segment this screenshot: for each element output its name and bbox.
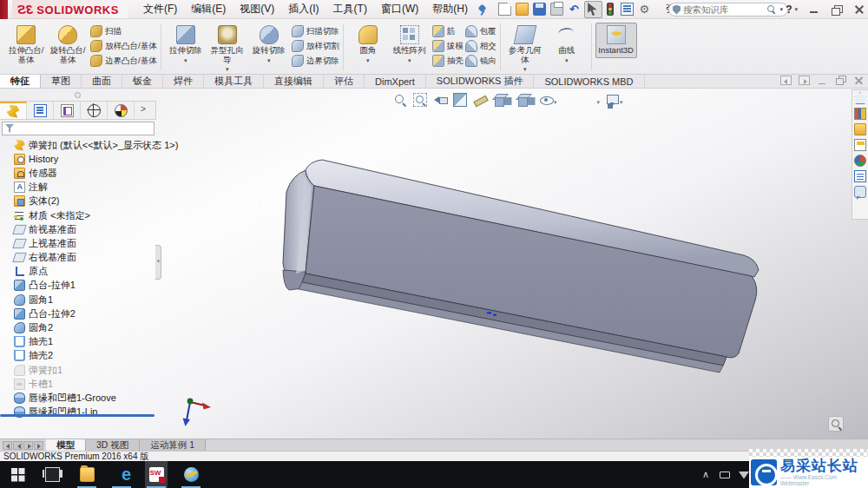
tree-item[interactable]: 上视基准面 xyxy=(2,236,155,250)
dropdown-arrow-icon[interactable] xyxy=(620,92,623,108)
view-tool-button[interactable] xyxy=(562,92,578,108)
ribbon-button[interactable]: 旋转切除 xyxy=(248,23,290,77)
document-window-button[interactable] xyxy=(799,76,810,85)
task-pane-icon[interactable] xyxy=(854,170,866,182)
task-pane-icon[interactable] xyxy=(854,139,866,151)
tree-item[interactable]: 圆角2 xyxy=(2,320,155,334)
tray-icon[interactable] xyxy=(738,469,750,481)
ribbon-button[interactable]: 异型孔向导 xyxy=(207,23,248,77)
ribbon-tab[interactable]: 模具工具 xyxy=(204,75,264,88)
ribbon-small-button[interactable]: 抽壳 xyxy=(432,55,464,67)
tree-item[interactable]: 唇缘和凹槽1-Lip xyxy=(2,406,155,419)
dropdown-arrow-icon[interactable] xyxy=(565,56,569,66)
view-tab[interactable]: 运动算例 1 xyxy=(140,439,206,451)
view-tool-button[interactable] xyxy=(432,92,449,108)
ribbon-tab[interactable]: SOLIDWORKS MBD xyxy=(534,75,644,88)
ribbon-button[interactable]: 拉伸切除 xyxy=(165,23,207,77)
tree-item[interactable]: 卡槽1 xyxy=(2,377,155,391)
menu-item[interactable]: 窗口(W) xyxy=(374,0,425,19)
search-input[interactable] xyxy=(683,4,765,15)
tree-item[interactable]: 圆角1 xyxy=(2,293,155,307)
taskbar-app[interactable] xyxy=(6,461,29,488)
restore-button[interactable] xyxy=(830,3,844,16)
manager-tab[interactable] xyxy=(0,102,27,119)
menu-item[interactable]: 工具(T) xyxy=(326,0,374,19)
menu-item[interactable]: 文件(F) xyxy=(136,0,184,19)
menu-item[interactable]: 视图(V) xyxy=(233,0,281,19)
ribbon-button[interactable]: 线性阵列 xyxy=(389,23,431,68)
tree-item[interactable]: 原点 xyxy=(2,265,155,279)
ribbon-small-button[interactable]: 扫描切除 xyxy=(292,25,339,37)
filter-icon[interactable] xyxy=(5,124,14,133)
document-window-button[interactable] xyxy=(817,76,828,85)
quick-access-button[interactable] xyxy=(497,1,514,18)
task-pane-icon[interactable] xyxy=(854,92,866,104)
ribbon-tab[interactable]: 钣金 xyxy=(122,75,163,88)
dropdown-arrow-icon[interactable] xyxy=(366,56,370,66)
quick-access-button[interactable] xyxy=(584,1,602,18)
ribbon-small-button[interactable]: 边界凸台/基体 xyxy=(90,55,157,67)
viewport-magnifier-icon[interactable] xyxy=(828,416,844,432)
document-window-button[interactable] xyxy=(853,76,865,85)
task-pane-icon[interactable] xyxy=(854,123,866,135)
ribbon-tab[interactable]: 直接编辑 xyxy=(264,75,324,88)
tray-icon[interactable]: ∧ xyxy=(700,469,712,481)
search-icon[interactable] xyxy=(767,5,776,14)
dropdown-arrow-icon[interactable] xyxy=(597,92,601,108)
ribbon-tab[interactable]: 曲面 xyxy=(82,75,122,88)
dropdown-arrow-icon[interactable] xyxy=(523,64,527,75)
quick-access-button[interactable] xyxy=(515,1,531,18)
tree-item[interactable]: 传感器 xyxy=(2,166,155,180)
view-tool-button[interactable] xyxy=(538,91,558,109)
ribbon-button[interactable]: 拉伸凸台/基体 xyxy=(5,23,47,67)
task-pane-icon[interactable] xyxy=(854,155,866,167)
dropdown-arrow-icon[interactable] xyxy=(408,56,411,66)
ribbon-tab[interactable]: SOLIDWORKS 插件 xyxy=(426,75,535,88)
quick-access-button[interactable] xyxy=(532,1,549,18)
manager-tab[interactable] xyxy=(54,102,81,119)
help-dropdown-icon[interactable]: ▾ xyxy=(794,6,798,13)
rollback-bar[interactable] xyxy=(0,414,155,417)
ribbon-tab[interactable]: 草图 xyxy=(41,75,82,88)
document-window-button[interactable] xyxy=(780,76,792,85)
ribbon-small-button[interactable]: 包覆 xyxy=(465,25,496,37)
ribbon-button[interactable]: 圆角 xyxy=(347,23,389,68)
view-tool-button[interactable] xyxy=(412,92,429,108)
tree-item[interactable]: 凸台-拉伸1 xyxy=(2,279,155,293)
task-pane-icon[interactable] xyxy=(854,108,866,120)
first-tab-button[interactable] xyxy=(3,441,12,450)
dropdown-arrow-icon[interactable] xyxy=(508,92,511,108)
last-tab-button[interactable] xyxy=(34,441,43,450)
ribbon-small-button[interactable]: 拔模 xyxy=(432,40,464,52)
tree-item[interactable]: 弹簧扣 (默认<<默认>_显示状态 1>) xyxy=(2,138,155,152)
quick-access-button[interactable]: ↶ xyxy=(567,1,583,18)
panel-splitter[interactable] xyxy=(155,245,161,280)
view-tool-button[interactable] xyxy=(516,91,536,109)
filter-input[interactable] xyxy=(16,124,151,134)
ribbon-button[interactable]: 旋转凸台/基体 xyxy=(47,23,89,67)
panel-collapse-handle[interactable] xyxy=(0,89,156,99)
ribbon-small-button[interactable]: 筋 xyxy=(432,25,464,37)
tree-item[interactable]: History xyxy=(2,152,155,166)
view-tool-button[interactable] xyxy=(472,92,489,108)
help-button[interactable]: ? ▾ xyxy=(786,3,799,16)
ribbon-small-button[interactable]: 扫描 xyxy=(90,25,157,37)
panel-expand-arrow[interactable]: > xyxy=(141,104,150,114)
tree-item[interactable]: 抽壳1 xyxy=(2,335,155,349)
tree-item[interactable]: 材质 <未指定> xyxy=(2,208,155,222)
tree-item[interactable]: 唇缘和凹槽1-Groove xyxy=(2,391,155,405)
ribbon-button-instant3d[interactable]: Instant3D xyxy=(595,23,637,58)
manager-tab[interactable] xyxy=(27,102,54,119)
ribbon-tab[interactable]: 焊件 xyxy=(163,75,204,88)
view-tool-button[interactable] xyxy=(582,91,602,109)
tree-item[interactable]: 注解 xyxy=(2,181,155,195)
view-tab[interactable]: 3D 视图 xyxy=(86,439,140,451)
ribbon-small-button[interactable]: 相交 xyxy=(465,40,496,52)
task-pane-icon[interactable] xyxy=(854,186,866,198)
search-dropdown-icon[interactable]: ▾ xyxy=(779,6,783,13)
ribbon-tab[interactable]: 评估 xyxy=(324,75,365,88)
ribbon-button[interactable]: 曲线 xyxy=(546,23,588,77)
ribbon-small-button[interactable]: 放样凸台/基体 xyxy=(90,40,157,52)
tray-icon[interactable] xyxy=(719,469,731,481)
dropdown-arrow-icon[interactable] xyxy=(554,92,557,108)
